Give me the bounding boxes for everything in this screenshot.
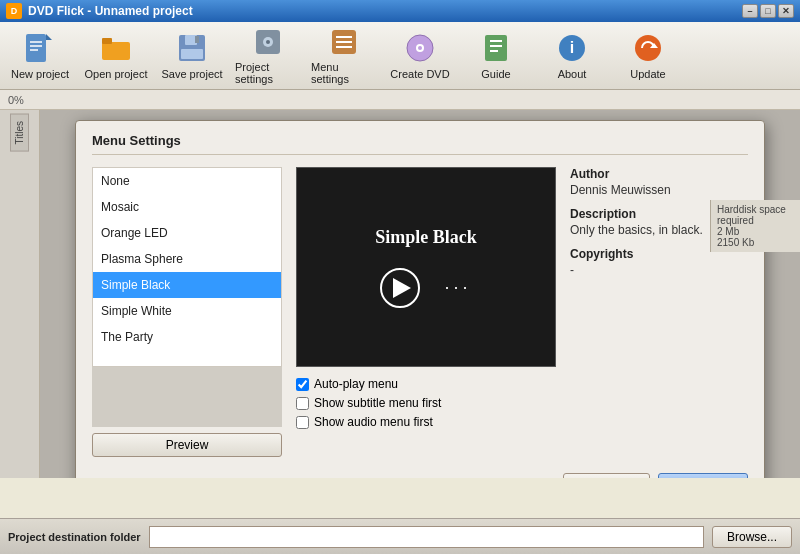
hdd-size2: 2150 Kb <box>717 237 794 248</box>
bottom-bar: Project destination folder Browse... <box>0 518 800 554</box>
svg-rect-17 <box>336 46 352 48</box>
svg-marker-1 <box>46 34 52 40</box>
menu-list-empty-area <box>92 367 282 427</box>
hdd-label: Harddisk space required <box>717 204 794 226</box>
toolbar: New project Open project Save project Pr… <box>0 22 800 90</box>
auto-play-label: Auto-play menu <box>314 377 398 391</box>
open-project-label: Open project <box>85 68 148 80</box>
open-project-icon <box>100 32 132 64</box>
title-bar: D DVD Flick - Unnamed project – □ ✕ <box>0 0 800 22</box>
content-area: Menu Settings None Mosaic Orange LED Pla… <box>40 110 800 478</box>
svg-rect-5 <box>102 42 130 60</box>
new-project-button[interactable]: New project <box>4 26 76 86</box>
save-project-button[interactable]: Save project <box>156 26 228 86</box>
show-subtitle-label: Show subtitle menu first <box>314 396 441 410</box>
options-row: Auto-play menu Show subtitle menu first … <box>296 377 556 429</box>
auto-play-checkbox[interactable] <box>296 378 309 391</box>
progress-label: 0% <box>8 94 24 106</box>
dest-label: Project destination folder <box>8 531 141 543</box>
new-project-label: New project <box>11 68 69 80</box>
video-preview: Simple Black ··· <box>296 167 556 367</box>
about-label: About <box>558 68 587 80</box>
update-button[interactable]: Update <box>612 26 684 86</box>
svg-point-20 <box>418 46 422 50</box>
show-subtitle-checkbox[interactable] <box>296 397 309 410</box>
cancel-button[interactable]: Cancel <box>563 473 650 478</box>
window-title: DVD Flick - Unnamed project <box>28 4 193 18</box>
author-label: Author <box>570 167 750 181</box>
dest-path <box>149 526 704 548</box>
menu-list-inner[interactable]: None Mosaic Orange LED Plasma Sphere Sim… <box>92 167 282 367</box>
about-icon: i <box>556 32 588 64</box>
new-project-icon <box>24 32 56 64</box>
close-button[interactable]: ✕ <box>778 4 794 18</box>
dialog-footer: Cancel Accept <box>92 473 748 478</box>
preview-area: Simple Black ··· <box>296 167 556 457</box>
svg-rect-15 <box>336 36 352 38</box>
svg-rect-21 <box>485 35 507 61</box>
project-settings-label: Project settings <box>235 61 301 85</box>
status-strip: 0% <box>0 90 800 110</box>
app-icon: D <box>6 3 22 19</box>
menu-item-the-party[interactable]: The Party <box>93 324 281 350</box>
video-controls: ··· <box>380 268 471 308</box>
svg-rect-9 <box>181 49 203 59</box>
show-audio-checkbox[interactable] <box>296 416 309 429</box>
guide-label: Guide <box>481 68 510 80</box>
minimize-button[interactable]: – <box>742 4 758 18</box>
menu-item-orange-led[interactable]: Orange LED <box>93 220 281 246</box>
auto-play-row: Auto-play menu <box>296 377 556 391</box>
svg-rect-10 <box>195 36 199 43</box>
show-audio-label: Show audio menu first <box>314 415 433 429</box>
create-dvd-button[interactable]: Create DVD <box>384 26 456 86</box>
video-preview-title: Simple Black <box>375 227 477 248</box>
save-project-icon <box>176 32 208 64</box>
update-icon <box>632 32 664 64</box>
svg-rect-0 <box>26 34 46 62</box>
update-label: Update <box>630 68 665 80</box>
play-button[interactable] <box>380 268 420 308</box>
svg-text:i: i <box>570 39 574 56</box>
create-dvd-label: Create DVD <box>390 68 449 80</box>
maximize-button[interactable]: □ <box>760 4 776 18</box>
menu-settings-icon <box>328 27 360 57</box>
left-sidebar: Titles <box>0 110 40 478</box>
hdd-size1: 2 Mb <box>717 226 794 237</box>
menu-item-none[interactable]: None <box>93 168 281 194</box>
dialog-overlay: Menu Settings None Mosaic Orange LED Pla… <box>40 110 800 478</box>
about-button[interactable]: i About <box>536 26 608 86</box>
preview-button[interactable]: Preview <box>92 433 282 457</box>
create-dvd-icon <box>404 32 436 64</box>
open-project-button[interactable]: Open project <box>80 26 152 86</box>
project-settings-button[interactable]: Project settings <box>232 26 304 86</box>
dialog-body: None Mosaic Orange LED Plasma Sphere Sim… <box>92 167 748 457</box>
svg-point-13 <box>266 40 270 44</box>
dialog-title: Menu Settings <box>92 133 748 155</box>
menu-settings-button[interactable]: Menu settings <box>308 26 380 86</box>
guide-button[interactable]: Guide <box>460 26 532 86</box>
menu-list: None Mosaic Orange LED Plasma Sphere Sim… <box>92 167 282 457</box>
save-project-label: Save project <box>161 68 222 80</box>
menu-settings-dialog: Menu Settings None Mosaic Orange LED Pla… <box>75 120 765 478</box>
show-audio-row: Show audio menu first <box>296 415 556 429</box>
accept-button[interactable]: Accept <box>658 473 748 478</box>
copyrights-value: - <box>570 263 750 277</box>
author-value: Dennis Meuwissen <box>570 183 750 197</box>
show-subtitle-row: Show subtitle menu first <box>296 396 556 410</box>
main-area: Titles Menu Settings None Mosaic Orange … <box>0 110 800 478</box>
menu-item-mosaic[interactable]: Mosaic <box>93 194 281 220</box>
menu-settings-label: Menu settings <box>311 61 377 85</box>
menu-item-plasma-sphere[interactable]: Plasma Sphere <box>93 246 281 272</box>
svg-rect-6 <box>102 38 112 44</box>
play-icon <box>393 278 411 298</box>
menu-item-simple-white[interactable]: Simple White <box>93 298 281 324</box>
hdd-info: Harddisk space required 2 Mb 2150 Kb <box>710 200 800 252</box>
window-controls: – □ ✕ <box>742 4 794 18</box>
menu-dots: ··· <box>444 277 471 298</box>
browse-button[interactable]: Browse... <box>712 526 792 548</box>
svg-rect-16 <box>336 41 352 43</box>
sidebar-tab[interactable]: Titles <box>10 114 29 152</box>
guide-icon <box>480 32 512 64</box>
project-settings-icon <box>252 27 284 57</box>
menu-item-simple-black[interactable]: Simple Black <box>93 272 281 298</box>
